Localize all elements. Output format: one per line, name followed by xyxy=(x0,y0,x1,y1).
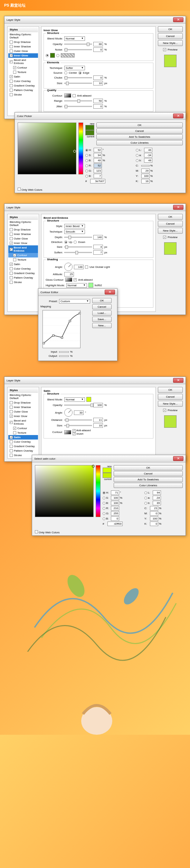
jitter-input[interactable]: 0 xyxy=(93,104,103,109)
c-input[interactable] xyxy=(141,165,150,166)
checkbox-icon[interactable] xyxy=(10,233,13,236)
angle-dial[interactable] xyxy=(64,408,73,417)
distance-slider[interactable] xyxy=(64,419,92,421)
depth-slider[interactable] xyxy=(64,237,92,238)
angle-dial[interactable] xyxy=(64,263,73,271)
add-swatches-button[interactable]: Add To Swatches xyxy=(96,134,183,139)
contour-swatch[interactable] xyxy=(64,93,71,98)
g-input[interactable]: 255 xyxy=(111,511,119,516)
lb-input[interactable]: 89 xyxy=(153,501,161,505)
checkbox-icon[interactable] xyxy=(10,445,13,448)
s-radio[interactable] xyxy=(85,154,88,157)
sidebar-item[interactable]: ✓Bevel and Emboss xyxy=(8,58,38,65)
sidebar-item-bevel[interactable]: ✓Bevel and Emboss xyxy=(8,245,38,253)
center-radio[interactable] xyxy=(64,71,67,74)
checkbox-icon[interactable]: ✓ xyxy=(10,54,13,57)
checkbox-icon[interactable] xyxy=(18,188,21,191)
size-input[interactable]: 18 xyxy=(93,423,103,428)
close-icon[interactable]: ✕ xyxy=(173,456,183,461)
checkbox-icon[interactable] xyxy=(10,272,13,275)
checkbox-icon[interactable]: ✓ xyxy=(163,236,166,239)
sidebar-item[interactable]: Drop Shadow xyxy=(8,400,38,405)
opacity-input[interactable]: 100 xyxy=(93,403,103,407)
blending-options[interactable]: Blending Options: Default xyxy=(8,393,38,400)
checkbox-icon[interactable] xyxy=(85,265,88,269)
blend-mode-select[interactable]: Normal▼ xyxy=(64,36,85,41)
l-radio[interactable] xyxy=(144,491,147,494)
gradient-radio[interactable] xyxy=(56,54,59,57)
highlight-mode-select[interactable]: Normal▼ xyxy=(66,283,87,288)
size-input[interactable]: 10 xyxy=(93,81,103,85)
size-slider[interactable] xyxy=(64,83,92,84)
soften-input[interactable]: 7 xyxy=(93,250,103,255)
l-radio[interactable] xyxy=(136,149,139,152)
checkbox-icon[interactable] xyxy=(10,80,13,83)
opacity-slider[interactable] xyxy=(64,44,92,45)
checkbox-icon[interactable] xyxy=(10,267,13,270)
sidebar-item[interactable]: Pattern Overlay xyxy=(8,275,38,280)
input-field[interactable] xyxy=(59,351,69,353)
sidebar-item[interactable]: Gradient Overlay xyxy=(8,444,38,449)
range-input[interactable]: 50 xyxy=(93,99,103,103)
lb-input[interactable]: 48 xyxy=(144,158,152,163)
blending-options[interactable]: Blending Options: Default xyxy=(8,32,38,40)
checkbox-icon[interactable]: ✓ xyxy=(10,436,13,439)
sidebar-item[interactable]: Inner Shadow xyxy=(8,232,38,236)
ok-button[interactable]: OK xyxy=(158,387,183,393)
checkbox-icon[interactable]: ✓ xyxy=(10,75,13,78)
sidebar-item[interactable]: Inner Shadow xyxy=(8,405,38,409)
b-radio[interactable] xyxy=(85,159,88,162)
ok-button[interactable]: OK xyxy=(96,123,183,128)
new-style-button[interactable]: New Style... xyxy=(158,228,183,234)
bc-radio[interactable] xyxy=(85,175,88,178)
range-slider[interactable] xyxy=(64,100,92,101)
checkbox-icon[interactable]: ✓ xyxy=(10,60,13,63)
m-input[interactable]: 29 xyxy=(141,169,150,173)
close-icon[interactable]: ✕ xyxy=(173,17,183,22)
gradient-swatch[interactable] xyxy=(61,53,75,57)
gloss-contour[interactable] xyxy=(65,278,72,282)
bc-input[interactable]: 7 xyxy=(94,174,102,178)
checkbox-icon[interactable]: ✓ xyxy=(10,242,13,245)
blend-mode-select[interactable]: Normal▼ xyxy=(64,397,85,402)
current-color-swatch[interactable] xyxy=(103,473,112,478)
checkbox-icon[interactable] xyxy=(10,40,13,44)
lb-radio[interactable] xyxy=(144,502,147,505)
hue-slider[interactable] xyxy=(78,123,83,174)
a-input[interactable]: -34 xyxy=(144,153,152,157)
cancel-button[interactable]: Cancel xyxy=(158,33,183,39)
s-radio[interactable] xyxy=(103,497,105,499)
size-slider[interactable] xyxy=(64,425,92,426)
checkbox-icon[interactable]: ✓ xyxy=(13,427,16,430)
sidebar-item[interactable]: Stroke xyxy=(8,92,38,97)
load-button[interactable]: Load... xyxy=(92,310,112,316)
cancel-button[interactable]: Cancel xyxy=(114,471,183,476)
cancel-button[interactable]: Cancel xyxy=(158,221,183,227)
r-input[interactable]: 52 xyxy=(94,163,102,168)
checkbox-icon[interactable]: ✓ xyxy=(73,432,76,435)
checkbox-icon[interactable] xyxy=(10,440,13,443)
noise-input[interactable]: 0 xyxy=(93,47,103,52)
sidebar-item[interactable]: Outer Glow xyxy=(8,236,38,241)
altitude-input[interactable]: 25 xyxy=(64,272,74,277)
sidebar-item[interactable]: Gradient Overlay xyxy=(8,83,38,88)
color-field[interactable] xyxy=(35,465,94,517)
sidebar-item[interactable]: ✓Inner Glow xyxy=(8,241,38,245)
sidebar-item[interactable]: Pattern Overlay xyxy=(8,449,38,453)
a-radio[interactable] xyxy=(144,497,147,499)
choke-slider[interactable] xyxy=(64,77,92,78)
sidebar-item[interactable]: ✓Contour xyxy=(8,253,38,257)
a-input[interactable]: -34 xyxy=(153,496,161,500)
checkbox-icon[interactable] xyxy=(73,94,76,97)
cancel-button[interactable]: Cancel xyxy=(158,394,183,400)
hex-input[interactable]: 3e7b07 xyxy=(90,179,105,183)
sidebar-item[interactable]: Texture xyxy=(8,431,38,435)
angle-input[interactable]: 30 xyxy=(74,410,84,415)
h-input[interactable]: 71 xyxy=(111,490,119,495)
blending-options[interactable]: Blending Options: Default xyxy=(8,220,38,227)
cancel-button[interactable]: Cancel xyxy=(92,304,112,309)
jitter-slider[interactable] xyxy=(64,106,92,107)
sidebar-item[interactable]: Pattern Overlay xyxy=(8,88,38,92)
checkbox-icon[interactable]: ✓ xyxy=(13,66,16,69)
b-radio[interactable] xyxy=(103,502,105,505)
